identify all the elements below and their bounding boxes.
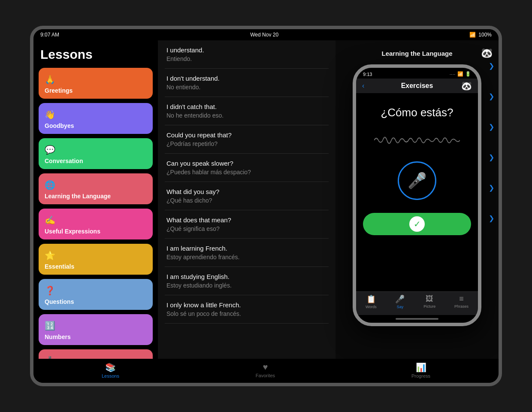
lesson-label-essentials: Essentials — [45, 263, 147, 270]
home-indicator-bar — [396, 318, 438, 320]
ipad-nav-avatar: 🐼 — [481, 48, 493, 59]
bottom-tab-progress[interactable]: 📊 Progress — [411, 362, 430, 379]
phone-battery-icon: 🔋 — [465, 71, 471, 77]
waveform-container — [363, 130, 471, 151]
chevron-right-1[interactable]: ❯ — [489, 62, 494, 70]
lesson-card-learning[interactable]: 🌐 Learning the Language — [39, 173, 153, 204]
bottom-tab-lessons[interactable]: 📚 Lessons — [102, 362, 119, 379]
phrase-en: I don't understand. — [166, 75, 327, 82]
phrase-en: What did you say? — [166, 188, 327, 195]
phone-tab-icon-say: 🎤 — [395, 294, 405, 304]
wifi-icon: 📶 — [469, 32, 476, 38]
lesson-icon-conversation: 💬 — [45, 145, 147, 155]
lesson-label-conversation: Conversation — [45, 158, 147, 164]
phrase-pair: Could you repeat that? ¿Podrías repetirl… — [165, 125, 329, 154]
tablet-status-right: 📶 100% — [469, 32, 492, 38]
right-panel: Learning the Language 🐼 9:13 ···· 📶 🔋 ‹ … — [336, 40, 499, 359]
phrase-es: ¿Podrías repetirlo? — [166, 140, 327, 147]
lesson-card-essentials[interactable]: ⭐ Essentials — [39, 244, 153, 275]
phrase-pair: I understand. Entiendo. — [165, 40, 329, 69]
lesson-card-conversation[interactable]: 💬 Conversation — [39, 138, 153, 169]
phone-tab-label-picture: Picture — [423, 304, 435, 309]
phrase-en: Could you repeat that? — [166, 131, 327, 139]
tablet-time: 9:07 AM — [40, 32, 59, 38]
phone-tab-words[interactable]: 📋 Words — [366, 294, 377, 309]
right-scroll-arrows: ❯ ❯ ❯ ❯ ❯ ❯ — [489, 62, 494, 222]
lesson-card-questions[interactable]: ❓ Questions — [39, 279, 153, 310]
phone-nav-avatar: 🐼 — [461, 81, 472, 91]
phrase-pair: I didn't catch that. No he entendido eso… — [165, 97, 329, 125]
phone-status-bar: 9:13 ···· 📶 🔋 — [356, 68, 478, 79]
lesson-card-more[interactable]: ➕ More — [39, 349, 153, 359]
phrase-en: I understand. — [166, 46, 327, 54]
microphone-icon: 🎤 — [408, 172, 427, 190]
phrase-en: I am studying English. — [166, 273, 327, 280]
mic-button[interactable]: 🎤 — [398, 161, 436, 200]
lesson-icon-learning: 🌐 — [45, 180, 147, 190]
phrase-en: What does that mean? — [166, 216, 327, 224]
lesson-card-numbers[interactable]: 🔢 Numbers — [39, 314, 153, 345]
tablet-content: Lessons 🙏 Greetings 👋 Goodbyes 💬 Convers… — [33, 40, 499, 359]
phrase-pair: What did you say? ¿Qué has dicho? — [165, 182, 329, 210]
phone-tab-label-words: Words — [366, 305, 377, 309]
lesson-label-goodbyes: Goodbyes — [45, 122, 147, 129]
lesson-label-numbers: Numbers — [45, 333, 147, 340]
phrase-es: Entiendo. — [166, 55, 327, 62]
phrase-list: I understand. Entiendo. I don't understa… — [165, 40, 329, 324]
phrase-en: I only know a little French. — [166, 301, 327, 309]
lesson-icon-expressions: ✍️ — [45, 215, 147, 225]
phrase-en: Can you speak slower? — [166, 160, 327, 167]
phone-back-button[interactable]: ‹ — [362, 82, 364, 90]
chevron-right-3[interactable]: ❯ — [489, 123, 494, 131]
bottom-tab-favorites[interactable]: ♥ Favorites — [256, 362, 275, 379]
bottom-tab-icon-favorites: ♥ — [263, 362, 268, 372]
phrase-pair: What does that mean? ¿Qué significa eso? — [165, 210, 329, 239]
phone-nav-title: Exercises — [401, 82, 433, 90]
lesson-icon-greetings: 🙏 — [45, 74, 147, 85]
lesson-card-goodbyes[interactable]: 👋 Goodbyes — [39, 103, 153, 134]
phrase-pair: I only know a little French. Solo sé un … — [165, 295, 329, 324]
sidebar-title: Lessons — [39, 47, 153, 62]
bottom-tab-icon-progress: 📊 — [416, 362, 426, 373]
phone-tab-label-say: Say — [397, 305, 404, 309]
lesson-card-list: 🙏 Greetings 👋 Goodbyes 💬 Conversation 🌐 … — [39, 68, 153, 359]
phrase-es: No he entendido eso. — [166, 112, 327, 119]
success-check-icon: ✓ — [409, 216, 425, 232]
lesson-card-expressions[interactable]: ✍️ Useful Expressions — [39, 209, 153, 239]
chevron-right-4[interactable]: ❯ — [489, 153, 494, 161]
phrase-pair: I am learning French. Estoy aprendiendo … — [165, 239, 329, 267]
phrase-pair: I am studying English. Estoy estudiando … — [165, 267, 329, 295]
lesson-icon-more: ➕ — [45, 356, 147, 359]
ipad-top-nav: Learning the Language 🐼 — [336, 45, 499, 62]
lesson-icon-goodbyes: 👋 — [45, 109, 147, 120]
sidebar: Lessons 🙏 Greetings 👋 Goodbyes 💬 Convers… — [33, 40, 158, 359]
chevron-right-2[interactable]: ❯ — [489, 92, 494, 100]
ipad-nav-title: Learning the Language — [381, 50, 452, 57]
bottom-tab-icon-lessons: 📚 — [105, 362, 116, 373]
phone-tab-icon-phrases: ≡ — [459, 294, 464, 303]
phone-tab-phrases[interactable]: ≡ Phrases — [454, 294, 469, 309]
lesson-label-learning: Learning the Language — [45, 193, 147, 200]
lesson-icon-numbers: 🔢 — [45, 321, 147, 331]
phone-frame: 9:13 ···· 📶 🔋 ‹ Exercises 🐼 ¿Cómo estás? — [353, 64, 481, 326]
chevron-right-6[interactable]: ❯ — [489, 214, 494, 222]
phone-status-icons: ···· 📶 🔋 — [450, 71, 471, 77]
phone-tabs: 📋 Words 🎤 Say 🖼 Picture ≡ Phrases — [356, 294, 478, 309]
phone-tab-say[interactable]: 🎤 Say — [395, 294, 405, 309]
phrase-es: Estoy estudiando inglés. — [166, 282, 327, 289]
tablet-frame: 9:07 AM Wed Nov 20 📶 100% Lessons 🙏 Gree… — [30, 26, 502, 386]
lesson-label-expressions: Useful Expressions — [45, 228, 147, 235]
phrase-en: I didn't catch that. — [166, 103, 327, 110]
lesson-icon-questions: ❓ — [45, 285, 147, 296]
bottom-tab-label-progress: Progress — [411, 373, 430, 379]
phrase-es: ¿Qué has dicho? — [166, 197, 327, 204]
bottom-tab-label-lessons: Lessons — [102, 373, 119, 379]
phone-tab-picture[interactable]: 🖼 Picture — [423, 294, 435, 309]
phrase-es: ¿Puedes hablar más despacio? — [166, 169, 327, 176]
chevron-right-5[interactable]: ❯ — [489, 184, 494, 192]
phrase-pair: Can you speak slower? ¿Puedes hablar más… — [165, 154, 329, 182]
tablet-date: Wed Nov 20 — [250, 32, 278, 38]
phone-home-indicator — [356, 315, 478, 323]
bottom-tab-label-favorites: Favorites — [256, 373, 275, 378]
lesson-card-greetings[interactable]: 🙏 Greetings — [39, 68, 153, 99]
